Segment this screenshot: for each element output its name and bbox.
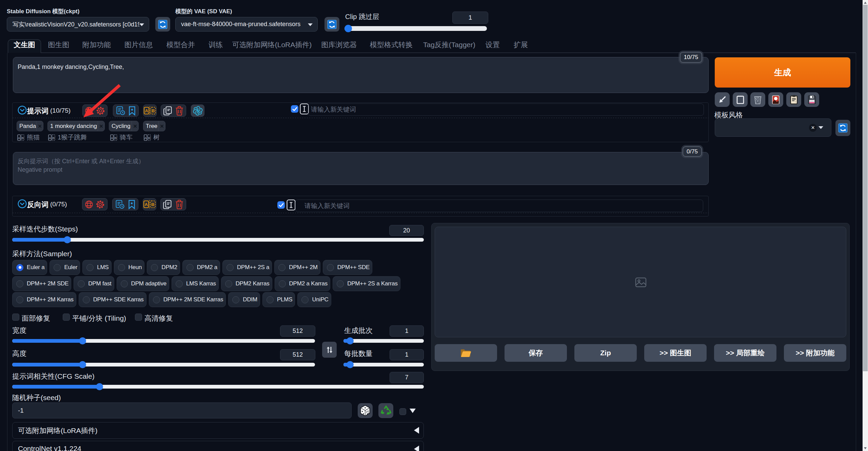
svg-text:A: A xyxy=(144,136,147,139)
svg-text:A: A xyxy=(111,136,113,139)
svg-text:A: A xyxy=(145,202,148,207)
svg-text:A: A xyxy=(145,108,149,113)
svg-text:B: B xyxy=(21,136,24,139)
svg-text:B: B xyxy=(114,136,117,139)
svg-text:A: A xyxy=(49,136,51,139)
svg-text:B: B xyxy=(152,108,155,113)
svg-text:A: A xyxy=(18,136,20,139)
svg-text:B: B xyxy=(151,202,154,207)
svg-text:B: B xyxy=(52,136,55,139)
svg-text:B: B xyxy=(148,136,150,139)
